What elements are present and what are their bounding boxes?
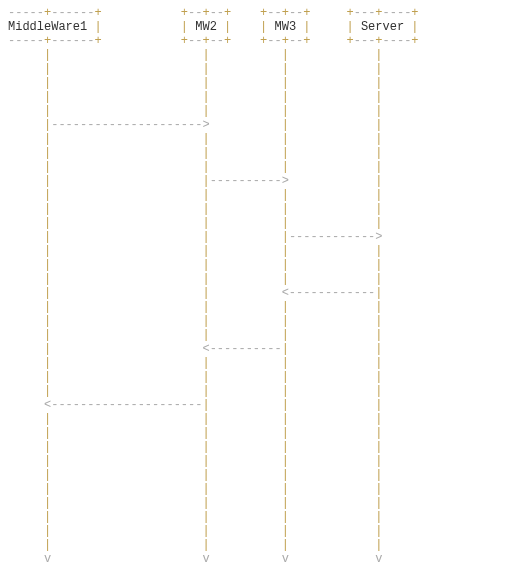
ascii-sequence-diagram: -----+------+ +--+--+ +--+--+ +---+----+… <box>0 0 526 572</box>
